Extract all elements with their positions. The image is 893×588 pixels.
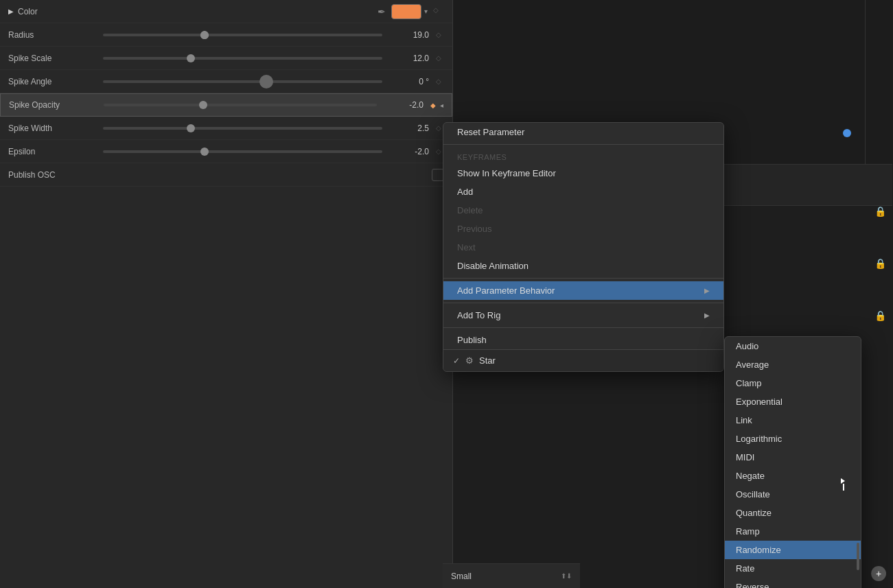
layer-icon-in-menu: ⚙	[465, 355, 474, 366]
timeline-playhead-dot[interactable]	[843, 129, 851, 137]
spike-opacity-thumb[interactable]	[199, 101, 207, 109]
menu-keyframes-header: KEYFRAMES	[443, 148, 723, 164]
menu-sep-2	[443, 278, 723, 279]
submenu-reverse[interactable]: Reverse	[725, 578, 861, 588]
submenu-ramp[interactable]: Ramp	[725, 522, 861, 541]
epsilon-slider[interactable]	[103, 150, 382, 153]
spike-scale-keyframe-diamond[interactable]: ◇	[433, 53, 444, 64]
submenu-quantize[interactable]: Quantize	[725, 504, 861, 522]
spike-opacity-label: Spike Opacity	[9, 100, 98, 110]
epsilon-row: Epsilon -2.0 ◇	[0, 140, 452, 163]
lock-icons-panel: 🔒 🔒 🔒	[874, 206, 886, 321]
menu-disable-animation[interactable]: Disable Animation	[443, 257, 723, 275]
color-chevron-icon[interactable]: ▾	[424, 8, 428, 15]
radius-row: Radius 19.0 ◇	[0, 23, 452, 47]
lock-icon-1[interactable]: 🔒	[874, 206, 886, 217]
epsilon-thumb[interactable]	[200, 148, 209, 156]
color-keyframe-diamond[interactable]: ◇	[433, 6, 444, 17]
publish-osc-row: Publish OSC	[0, 163, 452, 187]
spike-scale-thumb[interactable]	[187, 54, 195, 62]
spike-angle-slider[interactable]	[103, 80, 382, 83]
menu-add-param-behavior[interactable]: Add Parameter Behavior ▶	[443, 281, 723, 300]
radius-keyframe-diamond[interactable]: ◇	[433, 30, 444, 40]
radius-slider-thumb[interactable]	[200, 31, 209, 39]
menu-sep-4	[443, 327, 723, 328]
publish-osc-label: Publish OSC	[8, 170, 97, 180]
spike-opacity-context-arrow: ◂	[440, 102, 443, 109]
menu-add-param-behavior-arrow: ▶	[704, 287, 710, 294]
context-menu: Reset Parameter KEYFRAMES Show In Keyfra…	[443, 122, 724, 372]
submenu-negate[interactable]: Negate	[725, 467, 861, 485]
spike-angle-value: 0 °	[388, 77, 429, 86]
menu-reset-param[interactable]: Reset Parameter	[443, 123, 723, 141]
submenu-scroll-area[interactable]: Audio Average Clamp Exponential Link Log…	[725, 337, 861, 588]
radius-slider[interactable]	[103, 34, 382, 36]
menu-sep-3	[443, 303, 723, 303]
layer-row-in-menu[interactable]: ✓ ⚙ Star	[443, 349, 723, 371]
submenu-link[interactable]: Link	[725, 411, 861, 430]
layer-checkmark: ✓	[453, 356, 460, 366]
eyedropper-icon[interactable]: ✒	[378, 6, 386, 17]
menu-delete: Delete	[443, 201, 723, 220]
spike-angle-row: Spike Angle 0 ° ◇	[0, 70, 452, 93]
submenu-clamp[interactable]: Clamp	[725, 374, 861, 392]
spike-width-thumb[interactable]	[187, 124, 195, 132]
submenu-oscillate[interactable]: Oscillate	[725, 485, 861, 504]
lock-icon-3[interactable]: 🔒	[874, 310, 886, 321]
bottom-size-dropdown[interactable]: Small ⬆⬇	[443, 563, 580, 588]
color-label: Color	[18, 7, 378, 16]
spike-angle-label: Spike Angle	[8, 77, 97, 86]
add-button[interactable]: +	[871, 566, 886, 581]
timeline-ruler-line	[865, 0, 866, 165]
menu-publish[interactable]: Publish	[443, 331, 723, 349]
submenu-midi[interactable]: MIDI	[725, 448, 861, 467]
spike-width-value: 2.5	[388, 124, 429, 133]
spike-width-row: Spike Width 2.5 ◇	[0, 117, 452, 140]
spike-width-label: Spike Width	[8, 124, 97, 133]
color-expand-arrow[interactable]: ▶	[8, 8, 14, 15]
menu-add-to-rig[interactable]: Add To Rig ▶	[443, 306, 723, 325]
spike-scale-value: 12.0	[388, 54, 429, 63]
submenu-exponential[interactable]: Exponential	[725, 392, 861, 411]
spike-opacity-slider[interactable]	[104, 104, 377, 106]
spike-angle-thumb[interactable]	[259, 75, 273, 89]
radius-value: 19.0	[388, 30, 429, 40]
submenu-scrollbar-thumb	[857, 543, 859, 570]
dropdown-arrows-icon: ⬆⬇	[561, 572, 572, 580]
spike-angle-keyframe-diamond[interactable]: ◇	[433, 76, 444, 87]
spike-opacity-value: -2.0	[382, 100, 424, 110]
color-swatch[interactable]	[391, 4, 421, 19]
submenu-audio[interactable]: Audio	[725, 337, 861, 355]
epsilon-label: Epsilon	[8, 147, 97, 156]
menu-next: Next	[443, 238, 723, 257]
spike-scale-slider[interactable]	[103, 57, 382, 60]
lock-icon-2[interactable]: 🔒	[874, 258, 886, 269]
menu-show-in-keyframe-editor[interactable]: Show In Keyframe Editor	[443, 164, 723, 183]
menu-sep-1	[443, 144, 723, 145]
radius-label: Radius	[8, 30, 97, 40]
epsilon-value: -2.0	[388, 147, 429, 156]
spike-width-slider[interactable]	[103, 127, 382, 130]
spike-scale-row: Spike Scale 12.0 ◇	[0, 47, 452, 70]
left-panel: ▶ Color ✒ ▾ ◇ Radius 19.0 ◇ Spike Scale …	[0, 0, 453, 588]
dropdown-value: Small	[451, 572, 561, 581]
layer-name-in-menu: Star	[479, 355, 496, 366]
submenu-logarithmic[interactable]: Logarithmic	[725, 430, 861, 448]
menu-add[interactable]: Add	[443, 183, 723, 201]
spike-scale-label: Spike Scale	[8, 54, 97, 63]
submenu-rate[interactable]: Rate	[725, 559, 861, 578]
submenu-randomize[interactable]: Randomize	[725, 541, 861, 559]
menu-previous: Previous	[443, 220, 723, 238]
color-row: ▶ Color ✒ ▾ ◇	[0, 0, 452, 23]
spike-opacity-row: Spike Opacity -2.0 ◆ ◂	[0, 93, 452, 117]
parameter-behavior-submenu: Audio Average Clamp Exponential Link Log…	[724, 336, 861, 588]
menu-add-to-rig-arrow: ▶	[704, 311, 710, 319]
submenu-average[interactable]: Average	[725, 355, 861, 374]
spike-opacity-keyframe-diamond[interactable]: ◆	[428, 99, 439, 110]
